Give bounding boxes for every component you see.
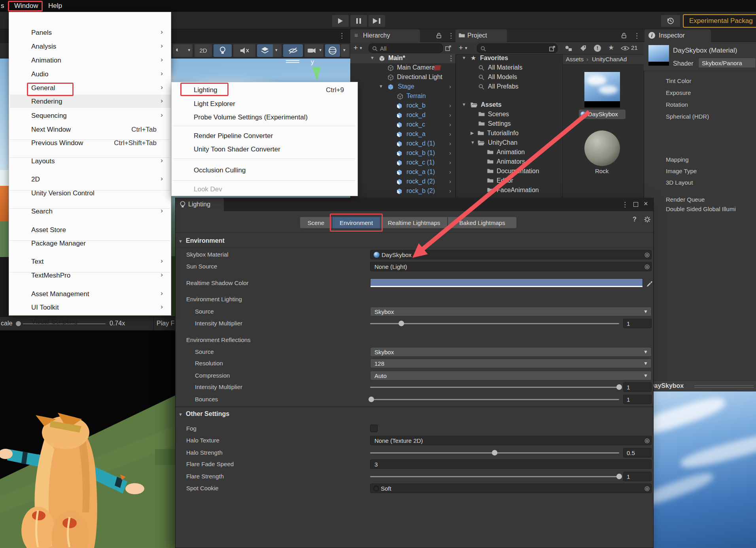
project-row-folder[interactable]: Animators bbox=[455, 157, 562, 167]
er-bounces-slider[interactable] bbox=[370, 399, 619, 400]
project-row-search-filter[interactable]: All Materials bbox=[455, 63, 562, 73]
asset-label-rock[interactable]: Rock bbox=[595, 168, 609, 174]
er-source-dropdown[interactable]: Skybox▼ bbox=[370, 347, 652, 357]
add-asset-button[interactable]: + bbox=[459, 43, 463, 52]
y-axis-arrow-icon[interactable] bbox=[312, 67, 321, 81]
kebab-icon[interactable]: ⋮ bbox=[622, 200, 628, 209]
scene-effects-toggle[interactable] bbox=[257, 44, 273, 57]
lock-icon[interactable] bbox=[621, 32, 627, 39]
scene-visibility-toggle[interactable] bbox=[283, 44, 303, 57]
menu-item-textmeshpro[interactable]: TextMeshPro› bbox=[10, 269, 170, 282]
prefab-open-arrow[interactable]: › bbox=[449, 178, 451, 185]
menu-help[interactable]: Help bbox=[48, 2, 62, 10]
prefab-open-arrow[interactable]: › bbox=[449, 121, 451, 128]
skybox-material-field[interactable]: DaySkybox ◎ bbox=[370, 250, 652, 259]
prefab-open-arrow[interactable]: › bbox=[449, 83, 451, 90]
hierarchy-row-prefab[interactable]: rock_a (1)› bbox=[350, 168, 455, 177]
sun-source-field[interactable]: None (Light) ◎ bbox=[370, 262, 652, 271]
search-picker-icon[interactable] bbox=[445, 45, 452, 51]
prefab-open-arrow[interactable]: › bbox=[449, 130, 451, 137]
el-intensity-value[interactable]: 1 bbox=[623, 319, 652, 328]
object-picker-icon[interactable]: ◎ bbox=[644, 485, 650, 492]
flare-fade-speed-field[interactable]: 3 bbox=[370, 459, 652, 469]
menu-item-2d[interactable]: 2D› bbox=[10, 173, 170, 186]
console-badge-icon[interactable]: ! bbox=[594, 45, 601, 52]
lighting-titlebar[interactable]: Lighting ⋮ × bbox=[176, 198, 653, 211]
slider-knob[interactable] bbox=[616, 384, 622, 390]
menu-item-animation[interactable]: Animation› bbox=[10, 54, 170, 67]
shader-dropdown[interactable]: Skybox/Panora bbox=[698, 58, 756, 68]
shadow-color-swatch[interactable] bbox=[370, 278, 643, 287]
preview-pane-header[interactable]: DaySkybox bbox=[644, 380, 756, 391]
prefab-open-arrow[interactable]: › bbox=[449, 159, 451, 166]
hierarchy-row-prefab[interactable]: rock_b (1)› bbox=[350, 149, 455, 158]
er-bounces-value[interactable]: 1 bbox=[623, 395, 652, 404]
project-row-folder[interactable]: Documentation bbox=[455, 167, 562, 176]
hierarchy-search-input[interactable]: All bbox=[369, 43, 443, 53]
foldout-arrow-icon[interactable]: ▼ bbox=[178, 239, 183, 244]
gizmos-dropdown[interactable]: ▾ bbox=[341, 44, 350, 57]
scene-audio-toggle[interactable] bbox=[233, 44, 255, 57]
slider-knob[interactable] bbox=[369, 397, 374, 402]
foldout-arrow-icon[interactable]: ▼ bbox=[462, 55, 466, 60]
kebab-icon[interactable]: ⋮ bbox=[633, 32, 640, 40]
scene-gizmos-button[interactable] bbox=[325, 44, 340, 57]
kebab-icon[interactable]: ⋮ bbox=[448, 32, 454, 40]
foldout-arrow-icon[interactable]: ▼ bbox=[178, 412, 183, 417]
slider-knob[interactable] bbox=[616, 474, 622, 479]
tab-inspector[interactable]: i Inspector bbox=[644, 29, 711, 42]
menu-item-text[interactable]: Text› bbox=[10, 255, 170, 268]
asset-thumbnail-dayskybox[interactable] bbox=[584, 72, 620, 108]
search-picker-icon[interactable] bbox=[549, 45, 556, 52]
submenu-item-render-pipeline-converter[interactable]: Render Pipeline Converter bbox=[172, 129, 355, 143]
halo-texture-field[interactable]: None (Texture 2D) ◎ bbox=[370, 436, 652, 445]
add-object-button[interactable]: + bbox=[353, 43, 358, 52]
undo-history-button[interactable] bbox=[661, 15, 680, 27]
foldout-arrow-icon[interactable]: ▼ bbox=[379, 84, 383, 89]
view-drag-handle[interactable] bbox=[286, 60, 299, 61]
object-picker-icon[interactable]: ◎ bbox=[644, 251, 650, 258]
lock-icon[interactable] bbox=[436, 32, 442, 39]
submenu-item-toon-shader-converter[interactable]: Unity Toon Shader Converter bbox=[172, 143, 355, 156]
el-intensity-slider[interactable] bbox=[370, 323, 619, 324]
hierarchy-row[interactable]: Directional Light bbox=[350, 73, 455, 82]
environment-section-header[interactable]: Environment bbox=[186, 237, 225, 244]
2d-toggle-button[interactable]: 2D bbox=[195, 44, 212, 57]
maximize-icon[interactable] bbox=[633, 202, 638, 207]
er-resolution-dropdown[interactable]: 128▼ bbox=[370, 359, 652, 368]
foldout-arrow-icon[interactable]: ▼ bbox=[471, 140, 475, 145]
foldout-arrow-icon[interactable]: ▼ bbox=[462, 102, 466, 107]
project-row-favorites[interactable]: ▼ ★ Favorites bbox=[455, 54, 562, 63]
favorites-star-icon[interactable]: ★ bbox=[608, 43, 614, 52]
flare-strength-slider[interactable] bbox=[370, 476, 619, 477]
project-row-search-filter[interactable]: All Models bbox=[455, 73, 562, 82]
tab-realtime-lightmaps[interactable]: Realtime Lightmaps bbox=[380, 217, 448, 229]
menu-item-unity-version-control[interactable]: Unity Version Control bbox=[10, 187, 170, 200]
scene-camera-button[interactable]: ▾ bbox=[304, 44, 323, 57]
pause-button[interactable] bbox=[350, 15, 367, 27]
object-picker-icon[interactable]: ◎ bbox=[644, 263, 650, 270]
menu-item-search[interactable]: Search› bbox=[10, 205, 170, 218]
menu-item-visual-scripting[interactable]: Visual Scripting› bbox=[10, 315, 170, 329]
spot-cookie-field[interactable]: Soft ◎ bbox=[370, 484, 652, 493]
step-button[interactable] bbox=[369, 15, 385, 27]
project-row-folder[interactable]: Settings bbox=[455, 119, 562, 129]
hierarchy-row-prefab[interactable]: rock_a› bbox=[350, 130, 455, 139]
hierarchy-row-prefab[interactable]: rock_d› bbox=[350, 111, 455, 120]
hierarchy-row-scene[interactable]: ▼ Main* ⋮ bbox=[350, 54, 455, 63]
project-row-folder[interactable]: ▶TutorialInfo bbox=[455, 129, 562, 138]
prefab-open-arrow[interactable]: › bbox=[449, 149, 451, 156]
er-intensity-slider[interactable] bbox=[370, 387, 619, 388]
er-intensity-value[interactable]: 1 bbox=[623, 382, 652, 392]
foldout-arrow-icon[interactable]: ▼ bbox=[370, 55, 374, 60]
project-row-search-filter[interactable]: All Prefabs bbox=[455, 82, 562, 92]
menu-item-sequencing[interactable]: Sequencing› bbox=[10, 109, 170, 123]
tab-lighting[interactable]: Lighting bbox=[176, 198, 224, 211]
menu-item-previous-window[interactable]: Previous WindowCtrl+Shift+Tab bbox=[10, 136, 170, 150]
effects-dropdown[interactable]: ▾ bbox=[273, 44, 282, 57]
hierarchy-row-stage[interactable]: ▼ Stage › bbox=[350, 82, 455, 92]
gear-icon[interactable] bbox=[644, 216, 651, 223]
project-row-assets[interactable]: ▼ Assets bbox=[455, 100, 562, 110]
object-picker-icon[interactable]: ◎ bbox=[644, 437, 650, 444]
project-row-folder[interactable]: FaceAnimation bbox=[455, 186, 562, 195]
